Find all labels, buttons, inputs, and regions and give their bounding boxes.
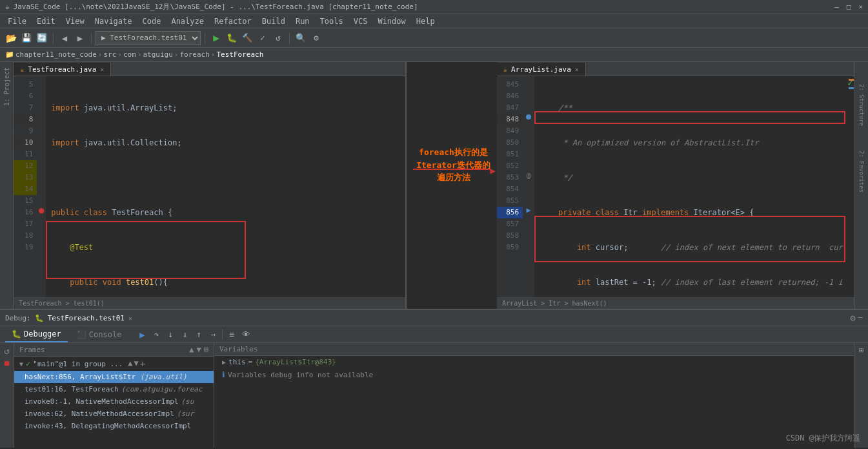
frame-item-invoke43[interactable]: invoke:43, DelegatingMethodAccessorImpl — [14, 420, 214, 432]
menu-navigate[interactable]: Navigate — [90, 16, 137, 27]
debug-eval-btn[interactable]: ≡ — [225, 328, 238, 341]
breadcrumb-atguigu[interactable]: atguigu — [143, 50, 172, 59]
debug-content: ↺ ■ Frames ▲ ▼ ⊞ ▼ ✓ — [0, 343, 868, 448]
frames-down-btn[interactable]: ▼ — [197, 345, 201, 354]
menu-window[interactable]: Window — [372, 16, 410, 27]
menu-vcs[interactable]: VCS — [348, 16, 373, 27]
debug-subtabs: 🐛 Debugger ⬛ Console ▶ ↷ ↓ ⇓ ↑ ⇢ ≡ 👁 — [0, 326, 868, 343]
menu-view[interactable]: View — [61, 16, 90, 27]
window-controls[interactable]: — □ ✕ — [834, 3, 863, 11]
annotation-arrow: ▶ — [407, 169, 497, 170]
debug-tab-debugger[interactable]: 🐛 Debugger — [5, 327, 68, 342]
right-tab-close[interactable]: ✕ — [575, 66, 579, 73]
menu-refactor[interactable]: Refactor — [209, 16, 257, 27]
title-bar: ☕ JavaSE_Code [...\note\2021JavaSE_12月\J… — [0, 0, 868, 14]
variables-panel: Variables ▶ this = {ArrayList$Itr@843} ℹ… — [214, 343, 854, 448]
var-eq: = — [248, 358, 253, 366]
toolbar-open-btn[interactable]: 📂 — [4, 31, 18, 45]
breadcrumb-class[interactable]: TestForeach — [216, 50, 263, 59]
debug-step-over-btn[interactable]: ↷ — [150, 328, 163, 341]
right-code-content[interactable]: /** * An optimized version of AbstractLi… — [534, 76, 848, 297]
menu-run[interactable]: Run — [290, 16, 315, 27]
left-editor-tabs: ☕ TestForeach.java ✕ — [14, 62, 405, 76]
var-item-info: ℹ Variables debug info not available — [214, 368, 854, 381]
frames-up-btn[interactable]: ▲ — [189, 345, 194, 354]
title-text: JavaSE_Code [...\note\2021JavaSE_12月\Jav… — [14, 2, 418, 12]
debug-header: Debug: 🐛 TestForeach.test01 ✕ ⚙ — — [0, 310, 868, 326]
debug-close-btn[interactable]: — — [858, 313, 863, 323]
var-val-this: {ArrayList$Itr@843} — [255, 358, 336, 366]
debug-settings-btn[interactable]: ⚙ — [850, 313, 855, 323]
menu-tools[interactable]: Tools — [315, 16, 348, 27]
debug-step-into-btn[interactable]: ↓ — [164, 328, 177, 341]
favorites-panel-icon[interactable]: 2: Favorites — [857, 148, 866, 195]
thread-nav-up[interactable]: ▲ — [128, 359, 132, 369]
toolbar-build-btn[interactable]: 🔨 — [240, 31, 254, 45]
java-file-icon: ☕ — [20, 66, 24, 73]
breadcrumb-src[interactable]: src — [103, 50, 116, 59]
menu-edit[interactable]: Edit — [32, 16, 61, 27]
right-tab-arraylist[interactable]: ☕ ArrayList.java ✕ — [497, 63, 586, 76]
frames-filter-btn[interactable]: ⊞ — [204, 345, 208, 354]
breadcrumb-com[interactable]: com — [123, 50, 136, 59]
debug-tab-close[interactable]: ✕ — [128, 315, 132, 322]
left-code-content[interactable]: import java.util.ArrayList; import java.… — [46, 76, 405, 297]
frame-item-invoke62[interactable]: invoke:62, NativeMethodAccessorImpl (sur — [14, 408, 214, 420]
frame-item-invoke0[interactable]: invoke0:-1, NativeMethodAccessorImpl (su — [14, 395, 214, 408]
thread-add-btn[interactable]: + — [140, 359, 145, 369]
left-editor-pane: ☕ TestForeach.java ✕ 5 6 7 8 9 10 11 12 — [14, 62, 407, 309]
menu-analyze[interactable]: Analyze — [166, 16, 209, 27]
menu-file[interactable]: File — [3, 16, 32, 27]
debug-watches-btn[interactable]: 👁 — [239, 328, 252, 341]
left-tab-testforeach[interactable]: ☕ TestForeach.java ✕ — [14, 63, 111, 76]
thread-item[interactable]: ▼ ✓ "main"@1 in group ... ▲ ▼ + — [14, 357, 214, 371]
menu-code[interactable]: Code — [137, 16, 167, 27]
thread-nav-down[interactable]: ▼ — [134, 359, 139, 369]
var-item-this[interactable]: ▶ this = {ArrayList$Itr@843} — [214, 356, 854, 368]
right-line-849: int cursor; // index of next element to … — [540, 242, 843, 253]
right-line-846: * An optimized version of AbstractList.I… — [540, 137, 843, 149]
toolbar-forward-btn[interactable]: ▶ — [73, 31, 87, 45]
annotation-line1: foreach执行的是 — [410, 146, 497, 159]
toolbar-settings-btn[interactable]: ⚙ — [309, 31, 323, 45]
frame-item-hasnext[interactable]: hasNext:856, ArrayList$Itr (java.util) — [14, 371, 214, 383]
toolbar-run-btn[interactable]: ▶ — [209, 31, 223, 45]
toolbar-sync-btn[interactable]: 🔄 — [35, 31, 49, 45]
breadcrumb-foreach[interactable]: foreach — [179, 50, 209, 59]
toolbar-test-btn[interactable]: ✓ — [256, 31, 270, 45]
debug-run-to-cursor-btn[interactable]: ⇢ — [207, 328, 219, 341]
debug-force-step-btn[interactable]: ⇓ — [178, 328, 191, 341]
run-config-combo[interactable]: ▶ TestForeach.test01 — [96, 31, 201, 45]
thread-check-icon: ✓ — [26, 359, 30, 368]
debug-left-icons: ↺ ■ — [0, 343, 14, 448]
toolbar-reload-btn[interactable]: ↺ — [271, 31, 285, 45]
breadcrumb: 📁 chapter11_note_code › src › com › atgu… — [0, 48, 868, 62]
restart-icon[interactable]: ↺ — [4, 346, 9, 356]
toolbar-debug-btn[interactable]: 🐛 — [225, 31, 239, 45]
frames-label: Frames — [19, 346, 45, 354]
debug-resume-btn[interactable]: ▶ — [136, 328, 148, 341]
debug-step-out-btn[interactable]: ↑ — [192, 328, 205, 341]
debug-right-icons: ⊞ — [854, 343, 868, 448]
debug-tab-session[interactable]: TestForeach.test01 — [48, 314, 125, 322]
left-tab-close[interactable]: ✕ — [100, 66, 104, 73]
toolbar-save-btn[interactable]: 💾 — [19, 31, 34, 45]
structure-panel-icon[interactable]: 2: Structure — [857, 81, 866, 129]
stop-debug-icon[interactable]: ■ — [5, 359, 9, 368]
right-java-icon: ☕ — [503, 66, 507, 73]
minimize-button[interactable]: — — [834, 3, 839, 11]
maximize-button[interactable]: □ — [847, 3, 851, 11]
debug-tab-console[interactable]: ⬛ Console — [70, 327, 128, 342]
menu-build[interactable]: Build — [257, 16, 290, 27]
close-button[interactable]: ✕ — [858, 3, 863, 11]
toolbar-back-btn[interactable]: ◀ — [57, 31, 72, 45]
left-status-bar: TestForeach > test01() — [14, 297, 405, 309]
breadcrumb-project[interactable]: chapter11_note_code — [15, 50, 97, 59]
toolbar-search-btn[interactable]: 🔍 — [294, 31, 308, 45]
frame-item-test01[interactable]: test01:16, TestForeach (com.atguigu.fore… — [14, 383, 214, 395]
frame-hasnext-text: hasNext:856, ArrayList$Itr (java.util) — [25, 373, 187, 381]
project-panel-icon[interactable]: 1: Project — [2, 65, 12, 109]
frames-header: Frames ▲ ▼ ⊞ — [14, 343, 214, 357]
layout-icon[interactable]: ⊞ — [859, 346, 863, 355]
menu-help[interactable]: Help — [411, 16, 440, 27]
